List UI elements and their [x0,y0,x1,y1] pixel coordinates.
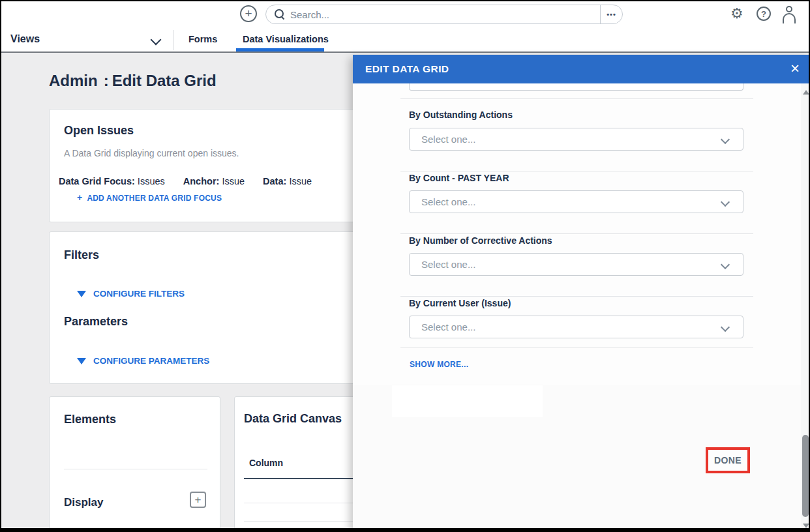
panel-header: EDIT DATA GRID × [353,55,810,83]
search-icon [275,9,285,20]
scrolled-select-partial[interactable] [409,83,743,91]
field-divider [400,98,753,99]
scrollbar-up-arrow-icon[interactable] [803,90,809,95]
chevron-down-icon [721,135,730,144]
configure-parameters-label: CONFIGURE PARAMETERS [93,356,209,366]
close-icon[interactable]: × [790,60,800,77]
tab-data-visualizations[interactable]: Data Visualizations [243,34,329,44]
user-profile-icon[interactable] [782,6,798,22]
top-bar: + ••• ⚙ ? [0,0,810,29]
add-data-grid-focus-link[interactable]: +ADD ANOTHER DATA GRID FOCUS [77,192,222,203]
done-button-highlight: DONE [706,447,750,473]
canvas-title: Data Grid Canvas [244,412,342,426]
settings-gear-icon[interactable]: ⚙ [730,7,743,21]
content-top-border [0,52,810,53]
meta-label: Data Grid Focus: [59,176,135,186]
field-label: By Current User (Issue) [409,298,511,308]
field-label: By Number of Corrective Actions [409,235,552,246]
search-bar[interactable]: ••• [265,5,623,24]
elements-divider [64,469,207,469]
nav-tab-row: Views Forms Data Visualizations [0,29,810,52]
page-title-main: Edit Data Grid [112,72,217,89]
question-glyph: ? [761,9,766,19]
column-header: Column [249,458,283,468]
chevron-down-icon [721,198,730,207]
field-divider [400,171,753,171]
app-window: + ••• ⚙ ? Views Forms Data Visualization… [0,0,810,532]
person-body [783,13,796,23]
parameters-title: Parameters [64,315,128,329]
select-by-count-past-year[interactable]: Select one... [409,190,743,213]
select-placeholder: Select one... [421,259,475,270]
meta-value: Issue [289,176,312,186]
plus-icon: + [77,192,82,203]
page-title-prefix: Admin [49,72,98,89]
plus-glyph: + [195,494,202,507]
select-by-number-of-corrective-actions[interactable]: Select one... [409,253,743,276]
configure-parameters-link[interactable]: CONFIGURE PARAMETERS [77,356,209,366]
logo-area [0,0,124,28]
search-input[interactable] [285,9,600,20]
add-focus-label: ADD ANOTHER DATA GRID FOCUS [87,194,222,203]
select-by-outstanding-actions[interactable]: Select one... [409,128,743,151]
select-by-current-user-issue[interactable]: Select one... [409,316,743,338]
meta-item: Data: Issue [263,176,312,186]
field-label: By Count - PAST YEAR [409,173,509,183]
tab-forms[interactable]: Forms [188,34,217,44]
meta-label: Data: [263,176,286,186]
elements-card: Elements Display + [49,396,220,532]
panel-white-patch [392,385,543,417]
field-divider [400,296,753,297]
plus-glyph: + [245,7,252,20]
select-placeholder: Select one... [421,196,475,207]
field-divider [400,347,753,348]
data-grid-focus-row: Data Grid Focus: Issues Anchor: Issue Da… [59,176,312,186]
configure-filters-label: CONFIGURE FILTERS [93,289,185,299]
filters-title: Filters [64,248,99,262]
elements-title: Elements [64,413,116,426]
filter-funnel-icon [77,291,86,297]
add-icon[interactable]: + [240,5,257,22]
meta-label: Anchor: [183,176,220,186]
meta-value: Issues [138,176,165,186]
done-button[interactable]: DONE [710,454,745,466]
chevron-down-icon [721,260,730,269]
meta-item: Anchor: Issue [183,176,245,186]
nav-divider [173,30,174,50]
show-more-link[interactable]: SHOW MORE... [410,360,468,369]
open-issues-title: Open Issues [64,124,134,138]
search-options-icon[interactable]: ••• [601,10,622,18]
help-icon[interactable]: ? [757,7,771,21]
configure-filters-link[interactable]: CONFIGURE FILTERS [77,289,185,299]
panel-title: EDIT DATA GRID [365,63,449,75]
page-title-separator: : [104,72,109,89]
chevron-down-icon [721,323,730,332]
meta-value: Issue [222,176,245,186]
filter-funnel-icon [77,358,86,364]
person-head [786,6,792,12]
display-section-title: Display [64,496,103,509]
scrollbar-down-arrow-icon[interactable] [803,524,809,528]
field-label: By Outstanding Actions [409,110,513,120]
add-display-element-icon[interactable]: + [190,492,206,508]
edit-data-grid-panel: EDIT DATA GRID × By Outstanding Actions … [353,55,810,532]
field-divider [400,233,753,234]
panel-scrollbar-thumb[interactable] [802,435,809,517]
open-issues-description: A Data Grid displaying current open issu… [64,148,239,158]
select-placeholder: Select one... [421,134,475,145]
chevron-down-icon[interactable] [151,35,162,46]
views-dropdown[interactable]: Views [10,33,40,45]
meta-item: Data Grid Focus: Issues [59,176,165,186]
select-placeholder: Select one... [421,321,475,332]
page-title: Admin:Edit Data Grid [49,72,217,90]
